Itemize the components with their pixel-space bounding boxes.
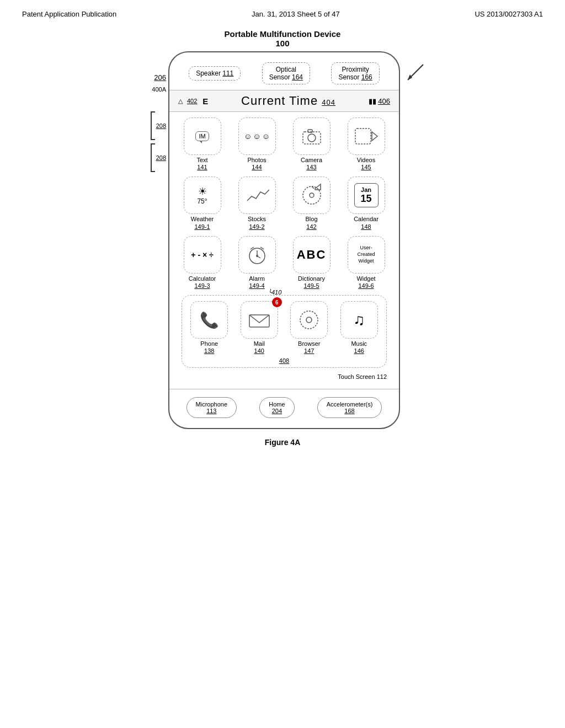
alarm-icon [238,236,276,274]
device-wrapper-row: 206 400A 208 208 Speaker 11 [141,51,424,429]
proximity-sensor: ProximitySensor 166 [331,62,379,84]
signal-icon: △ [178,98,183,105]
dock-area: ╰410 📞 Phone138 [182,295,387,367]
touch-screen-label: Touch Screen 112 [177,373,391,383]
svg-rect-2 [308,130,312,132]
app-mail[interactable]: 6 Mail140 [237,301,282,355]
svg-marker-19 [408,74,412,80]
widget-label: Widget149-6 [356,275,375,290]
music-icon: ♫ [340,301,378,339]
diagram-area: Portable Multifunction Device 100 206 40… [89,29,476,447]
mail-badge: 6 [272,297,282,307]
app-calculator[interactable]: + - × ÷ Calculator149-3 [177,236,227,290]
status-time: Current Time 404 [212,94,364,108]
outer-left: 206 400A 208 208 [141,51,168,172]
app-photos[interactable]: ☺☺☺ Photos144 [232,117,282,171]
music-label: Music146 [351,340,367,355]
weather-label: Weather149-1 [191,216,214,230]
svg-point-16 [300,311,318,329]
blog-label: Blog142 [305,216,317,230]
svg-point-12 [256,255,258,257]
calendar-icon: Jan 15 [348,176,385,214]
battery-icon: ▮▮ 406 [369,97,390,105]
svg-point-1 [308,134,316,142]
app-grid-area: IM Text141 ☺☺☺ [169,112,399,389]
header-center: Jan. 31, 2013 Sheet 5 of 47 [252,10,340,18]
app-phone[interactable]: 📞 Phone138 [186,301,232,355]
speaker-sensor: Speaker 111 [189,66,241,81]
svg-point-17 [306,317,312,323]
accelerometer-button[interactable]: Accelerometer(s)168 [317,397,382,418]
device-bottom: Microphone113 Home204 Accelerometer(s)16… [169,389,399,428]
stocks-label: Stocks149-2 [248,216,266,230]
figure-caption: Figure 4A [265,438,301,447]
mail-label: Mail140 [254,340,265,355]
videos-icon [348,117,385,155]
dock-ref-410: ╰410 [268,289,281,296]
ref-400a-label: 400A [152,86,166,93]
app-stocks[interactable]: Stocks149-2 [232,176,282,230]
app-text[interactable]: IM Text141 [177,117,227,171]
app-dictionary[interactable]: ABC Dictionary149-5 [286,236,337,290]
main-container: Portable Multifunction Device 100 206 40… [0,24,565,452]
app-weather[interactable]: ☀ 75° Weather149-1 [177,176,227,230]
alarm-label: Alarm149-4 [249,275,265,290]
app-videos[interactable]: Videos145 [341,117,391,171]
weather-icon: ☀ 75° [184,176,221,214]
text-icon: IM [184,117,221,155]
dock-ref-408: 408 [186,357,382,364]
browser-icon [290,301,328,339]
app-calendar[interactable]: Jan 15 Calendar148 [341,176,391,230]
videos-label: Videos145 [357,157,375,171]
photos-label: Photos144 [247,157,266,171]
app-browser[interactable]: Browser147 [286,301,332,355]
camera-icon [293,117,331,155]
stocks-icon [238,176,276,214]
calculator-label: Calculator149-3 [189,275,216,290]
svg-rect-3 [355,129,371,144]
text-label: Text141 [196,157,207,171]
phone-icon: 📞 [190,301,228,339]
app-row-3: + - × ÷ Calculator149-3 [177,236,391,290]
svg-point-5 [303,186,321,204]
camera-label: Camera143 [301,157,322,171]
dictionary-label: Dictionary149-5 [298,275,325,290]
page-header: Patent Application Publication Jan. 31, … [0,0,565,24]
diagram-title: Portable Multifunction Device 100 [225,29,341,48]
mail-icon: 6 [241,301,278,339]
carrier-ref: 402 [187,98,197,104]
app-widget[interactable]: User-CreatedWidget Widget149-6 [341,236,391,290]
ref-208-lower: 208 [151,143,166,172]
svg-marker-4 [372,132,377,141]
app-row-2: ☀ 75° Weather149-1 [177,176,391,230]
app-blog[interactable]: Blog142 [286,176,337,230]
app-alarm[interactable]: Alarm149-4 [232,236,282,290]
device-top-sensors: Speaker 111 OpticalSensor 164 ProximityS… [169,52,399,90]
home-button[interactable]: Home204 [259,397,294,418]
ref-208-upper: 208 [151,111,166,140]
status-bar: △ 402 E Current Time 404 ▮▮ 406 [169,90,399,112]
right-arrow [400,51,424,84]
microphone-button[interactable]: Microphone113 [186,397,237,418]
optical-sensor: OpticalSensor 164 [262,62,310,84]
app-camera[interactable]: Camera143 [286,117,337,171]
ref-206-label: 206 [154,73,166,82]
carrier-letter: E [202,97,208,106]
header-right: US 2013/0027303 A1 [475,10,543,18]
device-frame: Speaker 111 OpticalSensor 164 ProximityS… [168,51,400,429]
dictionary-icon: ABC [293,236,331,274]
widget-icon: User-CreatedWidget [348,236,385,274]
header-left: Patent Application Publication [22,10,116,18]
dock-grid: 📞 Phone138 [186,301,382,355]
photos-icon: ☺☺☺ [238,117,276,155]
ref-206-text: 206 [154,73,166,82]
calendar-label: Calendar148 [354,216,379,230]
app-row-1: IM Text141 ☺☺☺ [177,117,391,171]
svg-point-6 [310,193,314,197]
blog-icon [293,176,331,214]
calculator-icon: + - × ÷ [184,236,221,274]
app-music[interactable]: ♫ Music146 [337,301,382,355]
browser-label: Browser147 [298,340,320,355]
phone-label: Phone138 [200,340,218,355]
